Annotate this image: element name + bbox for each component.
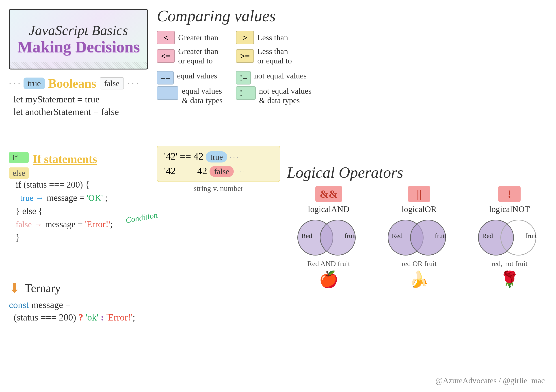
comparing-values-section: Comparing values < Greater than <= Great… <box>157 7 549 107</box>
operator-neq-double-label: not equal values <box>254 71 307 80</box>
string-comparison-box: '42' == 42 true · · · '42 === 42 false ·… <box>157 146 280 193</box>
booleans-label: Booleans <box>48 76 96 91</box>
if-code-line4: message = 'Error!'; <box>45 219 113 230</box>
true-tag: true <box>23 77 45 89</box>
comparison-expr1: '42' == 42 <box>164 151 203 162</box>
venn-and-left-label: Red <box>301 232 312 240</box>
false-tag: false <box>100 77 124 89</box>
const-keyword: const <box>9 300 29 310</box>
operator-row-lte: <= Greater thanor equal to <box>157 47 223 65</box>
true-indicator: true → <box>20 193 44 203</box>
if-title-container: if else If statements <box>9 152 155 177</box>
equal-row-double: == equal values <box>157 71 223 85</box>
venn-or-caption: red OR fruit <box>402 260 437 268</box>
operator-lte-label: Greater thanor equal to <box>178 47 218 65</box>
operator-gt-label: Less than <box>257 33 288 42</box>
title-box: JavaScript Basics Making Decisions <box>9 9 148 69</box>
operator-gte: >= <box>236 49 254 63</box>
logical-not-name: logicalNOT <box>489 204 530 214</box>
logical-and-col: && logicalAND Red fruit Red AND fruit 🍎 <box>287 186 371 288</box>
if-tag: if <box>9 152 29 163</box>
ternary-header: ⬇ Ternary <box>9 280 166 296</box>
and-fruit-emoji: 🍎 <box>319 270 338 288</box>
comparing-values-title: Comparing values <box>157 7 549 25</box>
else-tag: else <box>9 167 29 179</box>
logical-operators-title: Logical Operators <box>287 164 551 182</box>
logical-operators-grid: && logicalAND Red fruit Red AND fruit 🍎 … <box>287 186 551 288</box>
boolean-code-line1: let myStatement = true <box>9 94 148 105</box>
not-equal-section: != not equal values !== not equal values… <box>236 71 311 105</box>
comparison-line2: '42 === 42 false · · · <box>164 165 273 177</box>
venn-and-caption: Red AND fruit <box>308 260 350 268</box>
if-code-line5: } <box>9 232 155 243</box>
ternary-ok: 'ok' <box>86 312 98 323</box>
operator-row-lt: < Greater than <box>157 31 223 44</box>
equal-section: == equal values === equal values& data t… <box>157 71 223 105</box>
operator-eq-triple: === <box>157 86 178 100</box>
venn-not-caption: red, not fruit <box>491 260 527 268</box>
operator-eq-double-label: equal values <box>177 71 217 80</box>
if-code-block: if (status === 200) { true → message = '… <box>9 179 155 243</box>
title-hatch-decoration <box>10 62 147 69</box>
equal-row-triple: === equal values& data types <box>157 86 223 105</box>
booleans-title-row: · · · true Booleans false · · · <box>9 76 148 91</box>
booleans-section: · · · true Booleans false · · · let mySt… <box>9 76 148 119</box>
logical-not-operator: ! <box>498 186 521 202</box>
ternary-label: Ternary <box>25 282 61 295</box>
operator-lt: < <box>157 31 175 44</box>
logical-and-name: logicalAND <box>308 204 350 214</box>
ternary-error: 'Error!' <box>106 312 133 323</box>
operator-lt-label: Greater than <box>178 33 218 42</box>
ternary-arrow-icon: ⬇ <box>9 280 20 296</box>
venn-or-left-label: Red <box>392 232 402 240</box>
logical-and-operator: && <box>315 186 342 202</box>
not-fruit-emoji: 🌹 <box>500 270 519 288</box>
operators-right-col: > Less than >= Less thanor equal to != n… <box>236 31 311 107</box>
logical-or-operator: || <box>408 186 430 202</box>
dots-dec1: · · · <box>230 154 238 161</box>
or-fruit-emoji: 🍌 <box>409 270 429 288</box>
operators-left-col: < Greater than <= Greater thanor equal t… <box>157 31 223 107</box>
operators-grid: < Greater than <= Greater thanor equal t… <box>157 31 549 107</box>
if-statements-label: If statements <box>33 152 97 166</box>
title-js: JavaScript Basics <box>29 23 128 38</box>
ternary-section: ⬇ Ternary const message = (status === 20… <box>9 280 166 324</box>
ternary-code-line2: (status === 200) ? 'ok' : 'Error!'; <box>9 312 166 323</box>
if-true-row: true → message = 'OK' ; <box>9 191 155 204</box>
not-equal-row-double: != not equal values <box>236 71 311 85</box>
comparison-line1: '42' == 42 true · · · <box>164 151 273 162</box>
operator-neq-double: != <box>236 71 251 85</box>
logical-not-col: ! logicalNOT Red fruit red, not fruit 🌹 <box>468 186 551 288</box>
ternary-colon: : <box>101 312 104 323</box>
operator-neq-triple-label: not equal values& data types <box>259 86 311 105</box>
venn-and-diagram: Red fruit <box>297 220 360 255</box>
operator-eq-double: == <box>157 71 174 85</box>
venn-or-right-label: fruit <box>435 232 446 240</box>
venn-not-right-label: fruit <box>525 232 537 240</box>
operator-gt: > <box>236 31 254 44</box>
string-v-number-caption: string v. number <box>157 184 280 193</box>
venn-or-diagram: Red fruit <box>388 220 450 255</box>
logical-or-col: || logicalOR Red fruit red OR fruit 🍌 <box>377 186 461 288</box>
boolean-code-line2: let anotherStatement = false <box>9 107 148 117</box>
venn-not-left-label: Red <box>482 232 493 240</box>
operator-row-gt: > Less than <box>236 31 311 44</box>
if-code-line2: message = 'OK' ; <box>47 192 108 203</box>
operator-gte-label: Less thanor equal to <box>257 47 292 65</box>
result-false: false <box>209 166 234 177</box>
ternary-code-line1: const message = <box>9 300 166 310</box>
if-else-tags: if else <box>9 154 29 177</box>
false-indicator: false → <box>16 219 42 229</box>
venn-not-diagram: Red fruit <box>478 220 541 255</box>
operator-lte: <= <box>157 49 175 63</box>
comparison-expr2: '42 === 42 <box>164 165 207 177</box>
logical-or-name: logicalOR <box>402 204 437 214</box>
title-main: Making Decisions <box>17 38 140 56</box>
operator-eq-triple-label: equal values& data types <box>182 86 223 105</box>
dot-decoration-left: · · · <box>9 78 20 89</box>
attribution: @AzureAdvocates / @girlie_mac <box>435 376 545 385</box>
logical-operators-section: Logical Operators && logicalAND Red frui… <box>287 164 551 288</box>
ternary-question: ? <box>78 312 83 323</box>
not-equal-row-triple: !== not equal values& data types <box>236 86 311 105</box>
dots-dec2: · · · <box>236 168 245 176</box>
